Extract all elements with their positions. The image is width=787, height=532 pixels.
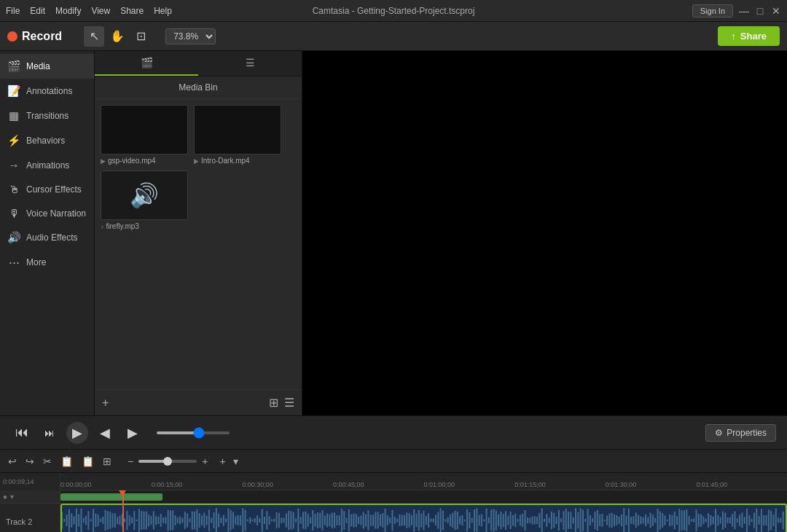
menu-modify[interactable]: Modify bbox=[55, 6, 81, 16]
track-2-label: Track 2 bbox=[0, 504, 60, 532]
prev-button[interactable]: ◀ bbox=[94, 422, 116, 444]
playhead[interactable] bbox=[122, 490, 124, 532]
ruler-mark: 0:00:15;00 bbox=[152, 481, 183, 488]
sidebar-item-behaviors[interactable]: ⚡ Behaviors bbox=[0, 128, 94, 153]
timeline-ruler: 0:00:00;00 0:00:15;00 0:00:30;00 0:00:45… bbox=[60, 473, 787, 490]
volume-slider[interactable] bbox=[157, 431, 230, 434]
media-grid: ▶ gsp-video.mp4 ▶ Intro-Dark.mp4 🔊 ♪ fir… bbox=[95, 99, 302, 389]
track-labels: ● ▾ Track 2 Track 1 bbox=[0, 490, 60, 532]
list-item[interactable]: 🔊 ♪ firefly.mp3 bbox=[101, 171, 188, 230]
menu-share[interactable]: Share bbox=[120, 6, 144, 16]
prev-frame-button[interactable]: ⏭ bbox=[39, 422, 60, 444]
sidebar-item-label-annotations: Annotations bbox=[26, 86, 72, 96]
playhead-time: 0:00:09;14 bbox=[3, 478, 34, 485]
view-toggle: ⊞ ☰ bbox=[267, 394, 296, 411]
grid-view-button[interactable]: ⊞ bbox=[267, 394, 280, 411]
ruler-mark: 0:01:30;00 bbox=[606, 481, 637, 488]
media-icon: 🎬 bbox=[7, 60, 20, 73]
ruler-mark: 0:01:15;00 bbox=[514, 481, 546, 488]
add-track-area: + ▾ bbox=[217, 453, 240, 469]
record-label: Record bbox=[22, 30, 62, 43]
menu-file[interactable]: File bbox=[6, 6, 20, 16]
next-button[interactable]: ▶ bbox=[122, 422, 144, 444]
play-button[interactable]: ▶ bbox=[66, 422, 88, 444]
sidebar-item-media[interactable]: 🎬 Media bbox=[0, 54, 94, 79]
media-bin-title: Media Bin bbox=[95, 77, 302, 99]
titlebar: File Edit Modify View Share Help Camtasi… bbox=[0, 0, 787, 22]
sidebar-item-more[interactable]: ⋯ More bbox=[0, 250, 94, 275]
menu-edit[interactable]: Edit bbox=[30, 6, 45, 16]
media-item-label: ▶ Intro-Dark.mp4 bbox=[194, 157, 281, 165]
waveform-svg bbox=[62, 505, 786, 532]
zoom-in-button[interactable]: + bbox=[200, 453, 210, 469]
minimize-button[interactable]: — bbox=[739, 6, 749, 16]
animations-icon: → bbox=[7, 159, 20, 171]
add-track-button[interactable]: + bbox=[217, 453, 227, 469]
ruler-mark: 0:00:30;00 bbox=[242, 481, 273, 488]
gear-icon: ⚙ bbox=[715, 428, 723, 438]
media-thumbnail-audio: 🔊 bbox=[101, 171, 188, 220]
media-thumbnail bbox=[194, 105, 281, 154]
add-media-button[interactable]: + bbox=[101, 395, 110, 411]
audio-icon: ♪ bbox=[101, 223, 104, 230]
tab-grid-view[interactable]: 🎬 bbox=[95, 51, 198, 76]
titlebar-left: File Edit Modify View Share Help bbox=[6, 6, 172, 16]
sidebar-item-cursor-effects[interactable]: 🖱 Cursor Effects bbox=[0, 177, 94, 201]
record-dot-icon bbox=[7, 31, 17, 42]
main-toolbar: Record ↖ ✋ ⊡ 73.8% ↑ Share bbox=[0, 22, 787, 51]
zoom-select[interactable]: 73.8% bbox=[165, 28, 216, 44]
sidebar-item-annotations[interactable]: 📝 Annotations bbox=[0, 79, 94, 103]
sidebar-item-label-voice-narration: Voice Narration bbox=[26, 208, 86, 219]
sidebar-item-label-behaviors: Behaviors bbox=[26, 136, 65, 146]
sidebar-item-audio-effects[interactable]: 🔊 Audio Effects bbox=[0, 225, 94, 250]
list-item[interactable]: ▶ Intro-Dark.mp4 bbox=[194, 105, 281, 165]
media-item-label: ♪ firefly.mp3 bbox=[101, 222, 188, 230]
tab-list-view[interactable]: ☰ bbox=[198, 51, 302, 76]
zoom-slider-container: − + bbox=[125, 453, 210, 469]
split-button[interactable]: ✂ bbox=[41, 453, 54, 469]
list-item[interactable]: ▶ gsp-video.mp4 bbox=[101, 105, 188, 165]
track-options-button[interactable]: ▾ bbox=[231, 453, 240, 469]
sidebar-item-voice-narration[interactable]: 🎙 Voice Narration bbox=[0, 201, 94, 225]
menu-help[interactable]: Help bbox=[154, 6, 172, 16]
properties-button[interactable]: ⚙ Properties bbox=[705, 424, 776, 442]
toolbar-tools: ↖ ✋ ⊡ bbox=[84, 26, 151, 47]
maximize-button[interactable]: □ bbox=[755, 6, 765, 16]
share-label: Share bbox=[740, 31, 767, 42]
sidebar-item-transitions[interactable]: ▦ Transitions bbox=[0, 103, 94, 128]
transport-bar: ⏮ ⏭ ▶ ◀ ▶ ⚙ Properties bbox=[0, 415, 787, 449]
ripple-button[interactable]: ⊞ bbox=[101, 453, 114, 469]
crop-tool[interactable]: ⊡ bbox=[130, 26, 151, 47]
copy-button[interactable]: 📋 bbox=[58, 453, 75, 469]
playhead-marker bbox=[119, 490, 126, 496]
main-content: 🎬 Media 📝 Annotations ▦ Transitions ⚡ Be… bbox=[0, 51, 787, 415]
more-icon: ⋯ bbox=[7, 256, 20, 269]
timeline-zoom-slider[interactable] bbox=[138, 460, 197, 463]
go-to-start-button[interactable]: ⏮ bbox=[11, 422, 33, 444]
paste-button[interactable]: 📋 bbox=[79, 453, 96, 469]
select-tool[interactable]: ↖ bbox=[84, 26, 104, 47]
redo-button[interactable]: ↪ bbox=[23, 453, 36, 469]
preview-area bbox=[302, 51, 787, 415]
list-view-button[interactable]: ☰ bbox=[283, 394, 296, 411]
record-button[interactable]: Record bbox=[7, 30, 62, 43]
behaviors-icon: ⚡ bbox=[7, 134, 20, 147]
close-button[interactable]: ✕ bbox=[771, 6, 781, 16]
video-icon: ▶ bbox=[101, 157, 106, 165]
audio-effects-icon: 🔊 bbox=[7, 231, 20, 244]
sidebar-item-label-animations: Animations bbox=[26, 160, 69, 171]
share-button[interactable]: ↑ Share bbox=[718, 26, 780, 46]
sidebar-item-label-audio-effects: Audio Effects bbox=[26, 232, 78, 243]
move-tool[interactable]: ✋ bbox=[107, 26, 128, 47]
signin-button[interactable]: Sign In bbox=[692, 4, 733, 17]
menu-bar: File Edit Modify View Share Help bbox=[6, 6, 172, 16]
undo-button[interactable]: ↩ bbox=[6, 453, 19, 469]
properties-label: Properties bbox=[727, 428, 767, 438]
timeline-area: ↩ ↪ ✂ 📋 📋 ⊞ − + + ▾ 0:00:09;14 0:00:00;0… bbox=[0, 449, 787, 532]
menu-view[interactable]: View bbox=[91, 6, 110, 16]
sidebar-item-animations[interactable]: → Animations bbox=[0, 153, 94, 177]
zoom-out-button[interactable]: − bbox=[125, 453, 136, 469]
annotations-icon: 📝 bbox=[7, 85, 20, 98]
sidebar-item-label-transitions: Transitions bbox=[26, 111, 68, 121]
ruler-mark: 0:01:00;00 bbox=[424, 481, 455, 488]
